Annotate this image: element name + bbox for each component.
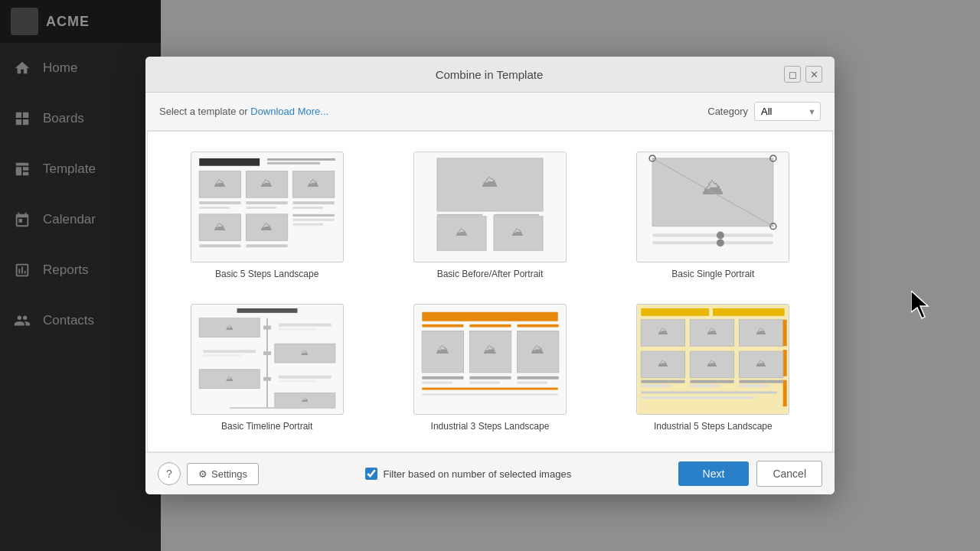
svg-text:⛰: ⛰	[707, 357, 717, 369]
svg-rect-53	[203, 354, 240, 357]
svg-rect-101	[642, 385, 671, 387]
svg-rect-76	[517, 377, 558, 380]
svg-rect-12	[246, 207, 276, 209]
svg-rect-91	[783, 380, 787, 407]
svg-rect-64	[469, 324, 511, 328]
svg-text:⛰: ⛰	[756, 325, 766, 337]
svg-rect-46	[263, 326, 271, 330]
svg-text:⛰: ⛰	[260, 176, 273, 189]
template-name-basicBA: Basic Before/After Portrait	[437, 269, 544, 279]
filter-checkbox[interactable]	[365, 468, 377, 480]
svg-rect-62	[422, 312, 558, 321]
help-button[interactable]: ?	[158, 462, 181, 485]
template-grid: ⛰ ⛰ ⛰	[158, 139, 822, 444]
category-select[interactable]: All Basic Industrial	[754, 102, 821, 121]
modal-header: Combine in Template ◻ ✕	[145, 57, 835, 93]
svg-rect-77	[517, 382, 547, 384]
svg-text:⛰: ⛰	[701, 174, 724, 199]
template-name-ind5: Industrial 5 Steps Landscape	[654, 421, 773, 432]
template-thumb-basicSingle: ⛰	[636, 152, 789, 262]
footer-right: Next Cancel	[678, 461, 822, 487]
svg-rect-14	[292, 207, 322, 209]
svg-rect-52	[203, 350, 256, 353]
template-card-ind3[interactable]: ⛰ ⛰ ⛰	[384, 298, 595, 438]
settings-label: Settings	[211, 468, 247, 480]
svg-text:⛰: ⛰	[436, 341, 449, 357]
svg-rect-72	[422, 377, 463, 380]
template-select-text: Select a template or Download More...	[159, 106, 328, 117]
svg-text:⛰: ⛰	[225, 323, 233, 331]
template-thumb-ind3: ⛰ ⛰ ⛰	[413, 304, 567, 415]
filter-label: Filter based on number of selected image…	[383, 468, 571, 480]
svg-rect-37	[652, 234, 773, 237]
svg-rect-73	[422, 382, 452, 384]
svg-text:⛰: ⛰	[260, 220, 273, 233]
combine-template-modal: Combine in Template ◻ ✕ Select a templat…	[145, 57, 835, 494]
svg-text:⛰: ⛰	[214, 220, 226, 233]
modal-maximize-button[interactable]: ◻	[784, 66, 801, 83]
next-button[interactable]: Next	[678, 461, 750, 486]
footer-left: ? ⚙ Settings	[158, 462, 259, 485]
modal-overlay: Combine in Template ◻ ✕ Select a templat…	[0, 0, 980, 551]
svg-text:⛰: ⛰	[301, 396, 308, 403]
svg-rect-82	[713, 308, 785, 316]
svg-rect-102	[691, 385, 720, 387]
svg-rect-48	[278, 328, 315, 331]
svg-text:⛰: ⛰	[456, 225, 468, 238]
svg-rect-13	[292, 201, 334, 204]
svg-rect-20	[246, 244, 287, 247]
download-more-link[interactable]: Download More...	[250, 106, 328, 117]
svg-rect-23	[292, 223, 322, 226]
svg-text:⛰: ⛰	[307, 176, 319, 189]
template-thumb-ind5: ⛰ ⛰ ⛰ ⛰ ⛰	[636, 304, 789, 415]
svg-rect-103	[740, 385, 769, 387]
svg-point-40	[717, 239, 724, 246]
template-name-basicSingle: Basic Single Portrait	[671, 269, 754, 279]
svg-rect-0	[199, 158, 260, 166]
svg-rect-105	[642, 396, 755, 399]
svg-rect-10	[199, 207, 229, 209]
svg-text:⛰: ⛰	[482, 171, 498, 191]
svg-rect-22	[292, 219, 334, 221]
filter-checkbox-label[interactable]: Filter based on number of selected image…	[365, 468, 571, 480]
template-grid-container: ⛰ ⛰ ⛰	[147, 131, 833, 452]
settings-button[interactable]: ⚙ Settings	[187, 463, 259, 485]
template-card-basicSingle[interactable]: ⛰	[608, 145, 818, 285]
select-template-label: Select a template or	[159, 106, 248, 117]
svg-rect-21	[292, 214, 334, 217]
category-select-wrapper: All Basic Industrial ▼	[754, 102, 821, 121]
svg-rect-56	[263, 377, 271, 381]
svg-rect-2	[267, 162, 320, 165]
template-card-basicTimeline[interactable]: ⛰ ⛰ ⛰	[162, 298, 372, 438]
svg-rect-81	[642, 308, 710, 316]
svg-rect-19	[199, 244, 240, 247]
svg-text:⛰: ⛰	[756, 357, 766, 369]
svg-rect-63	[422, 324, 463, 328]
svg-text:⛰: ⛰	[214, 176, 226, 189]
settings-icon: ⚙	[198, 468, 207, 480]
modal-close-button[interactable]: ✕	[805, 66, 822, 83]
svg-rect-104	[642, 391, 778, 393]
cancel-button[interactable]: Cancel	[756, 461, 822, 487]
svg-rect-75	[469, 382, 499, 384]
svg-rect-100	[740, 380, 783, 383]
template-name-basic5: Basic 5 Steps Landscape	[215, 269, 318, 279]
svg-rect-79	[422, 393, 558, 395]
svg-text:⛰: ⛰	[483, 341, 497, 357]
modal-title: Combine in Template	[194, 68, 784, 81]
template-thumb-basic5: ⛰ ⛰ ⛰	[191, 152, 344, 262]
svg-rect-51	[263, 351, 271, 355]
svg-rect-90	[783, 350, 787, 377]
svg-rect-57	[278, 376, 331, 379]
svg-text:⛰: ⛰	[511, 225, 524, 238]
template-thumb-basicTimeline: ⛰ ⛰ ⛰	[191, 304, 344, 415]
template-card-basicBA[interactable]: ⛰ ⛰ ⛰ Basic Before/After Portrait	[384, 145, 595, 285]
svg-rect-31	[494, 214, 539, 216]
svg-rect-78	[422, 387, 558, 390]
template-name-basicTimeline: Basic Timeline Portrait	[221, 421, 312, 432]
svg-text:⛰: ⛰	[301, 348, 309, 357]
template-card-basic5[interactable]: ⛰ ⛰ ⛰	[162, 145, 372, 285]
svg-rect-42	[237, 308, 297, 313]
svg-rect-89	[783, 320, 787, 347]
template-card-ind5[interactable]: ⛰ ⛰ ⛰ ⛰ ⛰	[608, 298, 818, 438]
